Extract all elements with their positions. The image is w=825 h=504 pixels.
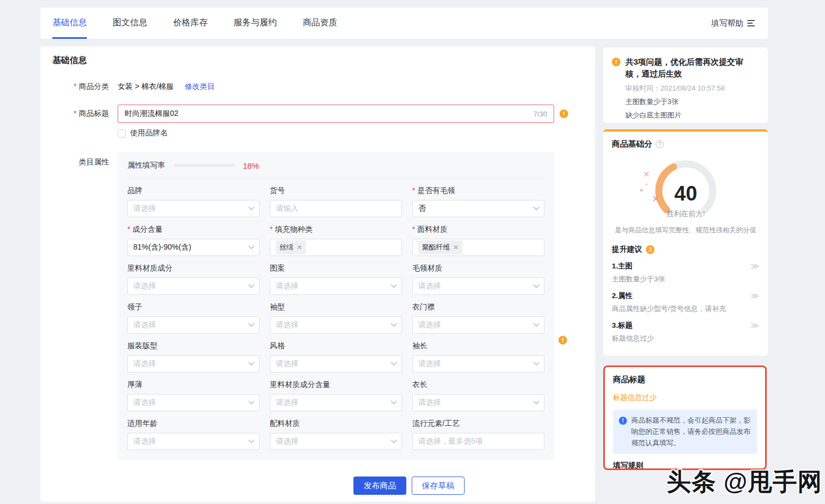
attr-field-sleeve-type: 袖型 请选择 [270, 302, 402, 334]
dot-decoration [640, 189, 643, 192]
lining-composition-select[interactable]: 请选择 [127, 278, 260, 295]
alert-warning-icon: ! [612, 58, 621, 66]
title-issue-heading: 商品标题 [613, 375, 757, 385]
product-title-input[interactable]: 时尚潮流棉服02 7/30 [118, 105, 554, 123]
attr-field-sleeve-length: 袖长 请选择 [412, 341, 544, 372]
fur-collar-material-select[interactable]: 请选择 [412, 278, 544, 295]
chevron-down-icon [391, 398, 397, 404]
fur-collar-select[interactable]: 否 [412, 200, 544, 217]
fabric-material-input[interactable]: 聚酯纤维 ✕ [412, 239, 544, 256]
fabric-material-tag: 聚酯纤维 ✕ [418, 240, 462, 254]
info-icon: ! [619, 417, 627, 425]
brand-select[interactable]: 请选择 [127, 200, 260, 217]
alert-issue: 缺少白底主图图片 [625, 111, 759, 120]
attr-field-filling-type: 填充物种类 丝绵 ✕ [270, 225, 402, 256]
publish-button[interactable]: 发布商品 [353, 477, 406, 495]
fit-select[interactable]: 请选择 [127, 355, 260, 372]
category-label: 商品分类 [52, 82, 109, 92]
chevron-down-icon [248, 204, 254, 210]
item-number-input[interactable]: 请输入 [270, 200, 402, 217]
tab-qualification[interactable]: 商品资质 [303, 8, 337, 39]
filling-type-input[interactable]: 丝绵 ✕ [270, 239, 402, 256]
chevron-down-icon [248, 360, 254, 365]
placket-select[interactable]: 请选择 [412, 316, 544, 334]
thickness-select[interactable]: 请选择 [127, 394, 260, 411]
composition-select[interactable]: 81%(含)-90%(含) [127, 239, 260, 256]
chevron-down-icon [533, 398, 539, 404]
suggestion-item-main-image: 1.主图 ≫ 主图数量少于3张 [612, 261, 759, 284]
chevron-down-icon [533, 282, 539, 288]
tab-image-text[interactable]: 图文信息 [113, 8, 147, 39]
attr-field-item-number: 货号 请输入 [270, 186, 402, 217]
remove-tag-icon[interactable]: ✕ [297, 244, 302, 251]
score-caption: 胜利在前方! [666, 210, 705, 218]
watermark-text: 头条 @甩手网 [667, 466, 822, 498]
fill-rate-label: 属性填写率 [127, 161, 165, 170]
fill-help-button[interactable]: 填写帮助 [711, 8, 755, 39]
pattern-select[interactable]: 请选择 [270, 278, 402, 295]
trend-element-input[interactable]: 请选择，最多选5项 [412, 433, 544, 450]
title-warning-icon: ! [560, 109, 568, 118]
use-brand-name-checkbox[interactable] [118, 129, 126, 137]
category-row: 商品分类 女装 > 棉衣/棉服 修改类目 [52, 81, 595, 92]
alert-issue: 主图数量少于3张 [625, 97, 759, 107]
sleeve-type-select[interactable]: 请选择 [270, 316, 402, 334]
title-issue-text: 标题信息过少 [613, 393, 757, 403]
edit-category-link[interactable]: 修改类目 [185, 82, 215, 91]
product-title-value: 时尚潮流棉服02 [125, 109, 179, 119]
tab-bar: 基础信息 图文信息 价格库存 服务与履约 商品资质 [52, 8, 337, 39]
attr-field-brand: 品牌 请选择 [127, 186, 260, 217]
use-brand-name-label: 使用品牌名 [130, 128, 168, 138]
save-draft-button[interactable]: 保存草稿 [412, 477, 465, 495]
fill-help-label: 填写帮助 [711, 18, 744, 29]
attr-field-composition: 成分含量 81%(含)-90%(含) [127, 225, 260, 256]
attr-field-fit: 服装版型 请选择 [127, 341, 260, 372]
sleeve-length-select[interactable]: 请选择 [412, 355, 544, 372]
remove-tag-icon[interactable]: ✕ [453, 244, 459, 251]
collar-select[interactable]: 请选择 [127, 316, 260, 334]
double-chevron-right-icon: ≫ [751, 291, 759, 301]
tab-basic-info[interactable]: 基础信息 [52, 8, 87, 39]
attr-field-fur-collar-material: 毛领材质 请选择 [412, 264, 544, 295]
title-notice-text: 商品标题不规范，会引起商品下架，影响您的正常销售，请务必按照商品发布规范认真填写… [631, 415, 751, 448]
brand-name-checkbox-row: 使用品牌名 [118, 128, 595, 138]
tab-service[interactable]: 服务与履约 [234, 8, 277, 39]
chevron-down-icon [533, 360, 539, 365]
chevron-down-icon [248, 243, 254, 249]
clothing-length-select[interactable]: 请选择 [412, 394, 544, 411]
suggestions-title: 提升建议 [612, 245, 642, 254]
product-title-label: 商品标题 [52, 105, 109, 119]
dot-decoration [645, 183, 647, 185]
attributes-row: 类目属性 属性填写率 18% 品牌 请选择 货号 [52, 152, 595, 460]
style-select[interactable]: 请选择 [270, 355, 402, 372]
fill-rate-progressbar [174, 164, 234, 167]
attr-field-lining-content: 里料材质成分含量 请选择 [270, 380, 402, 411]
attr-field-pattern: 图案 请选择 [270, 264, 402, 295]
double-chevron-right-icon: ≫ [751, 321, 759, 330]
attr-field-fabric-material: 面料材质 聚酯纤维 ✕ [412, 225, 544, 256]
attr-field-fur-collar: 是否有毛领 否 [412, 186, 544, 217]
score-value: 40 [674, 182, 697, 205]
attr-field-style: 风格 请选择 [270, 341, 402, 372]
list-menu-icon [747, 20, 755, 26]
gauge-value-arc [658, 167, 673, 210]
attributes-panel: 属性填写率 18% 品牌 请选择 货号 请输入 [118, 152, 554, 460]
accessory-material-select[interactable]: 请选择 [270, 433, 402, 450]
chevron-down-icon [391, 282, 397, 288]
tab-price-stock[interactable]: 价格库存 [173, 8, 208, 39]
title-issue-panel: 商品标题 标题信息过少 ! 商品标题不规范，会引起商品下架，影响您的正常销售，请… [603, 365, 767, 470]
attributes-grid: 品牌 请选择 货号 请输入 是否有毛领 否 [127, 186, 544, 450]
chevron-down-icon [248, 398, 254, 404]
question-mark-icon[interactable]: ? [656, 140, 664, 148]
title-notice-box: ! 商品标题不规范，会引起商品下架，影响您的正常销售，请务必按照商品发布规范认真… [613, 410, 757, 454]
attr-field-lining-composition: 里料材质成分 请选择 [127, 264, 260, 295]
age-range-select[interactable]: 请选择 [127, 433, 260, 450]
lining-content-select[interactable]: 请选择 [270, 394, 402, 411]
fill-rate-row: 属性填写率 18% [127, 161, 544, 170]
score-gauge: 40 胜利在前方! [612, 157, 759, 220]
suggestion-item-title: 3.标题 ≫ 标题信息过少 [612, 321, 759, 343]
chevron-down-icon [533, 321, 539, 327]
attributes-warning-icon: ! [558, 336, 567, 344]
product-title-wrap: 时尚潮流棉服02 7/30 ! [118, 105, 568, 123]
category-value-wrap: 女装 > 棉衣/棉服 修改类目 [118, 81, 215, 92]
